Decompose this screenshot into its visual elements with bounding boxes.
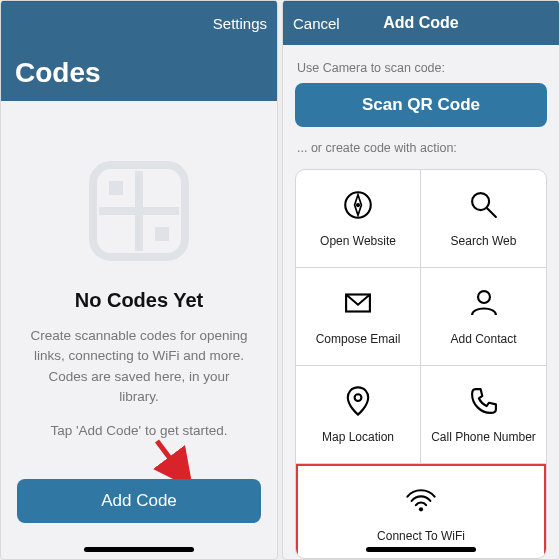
location-icon <box>341 384 375 430</box>
wifi-icon <box>404 483 438 529</box>
action-open-website[interactable]: Open Website <box>296 170 421 268</box>
action-compose-email[interactable]: Compose Email <box>296 268 421 366</box>
create-hint: ... or create code with action: <box>297 141 545 155</box>
action-grid: Open Website Search Web Compose Email Ad… <box>295 169 547 559</box>
settings-link[interactable]: Settings <box>213 15 267 32</box>
tile-label: Search Web <box>451 234 517 248</box>
svg-point-12 <box>355 394 362 401</box>
page-title: Codes <box>15 57 101 89</box>
tile-label: Compose Email <box>316 332 401 346</box>
add-code-button-label: Add Code <box>101 491 177 511</box>
action-search-web[interactable]: Search Web <box>421 170 546 268</box>
annotation-arrow-icon <box>151 437 191 483</box>
action-add-contact[interactable]: Add Contact <box>421 268 546 366</box>
tile-label: Connect To WiFi <box>377 529 465 543</box>
add-code-screen: Cancel Add Code Use Camera to scan code:… <box>282 0 560 560</box>
tile-label: Open Website <box>320 234 396 248</box>
empty-description-1: Create scannable codes for opening links… <box>21 326 257 407</box>
svg-point-11 <box>478 291 490 303</box>
title-bar: Codes <box>1 45 277 101</box>
codes-library-screen: Settings Codes No Codes Yet Create scann… <box>0 0 278 560</box>
svg-line-5 <box>157 441 181 473</box>
navbar: Cancel Add Code <box>283 1 559 45</box>
cancel-link[interactable]: Cancel <box>293 15 340 32</box>
scan-qr-button[interactable]: Scan QR Code <box>295 83 547 127</box>
empty-description-2: Tap 'Add Code' to get started. <box>44 421 233 441</box>
empty-state: No Codes Yet Create scannable codes for … <box>1 101 277 559</box>
person-icon <box>467 286 501 332</box>
home-indicator[interactable] <box>84 547 194 552</box>
compass-icon <box>341 188 375 234</box>
phone-icon <box>467 384 501 430</box>
mail-icon <box>341 286 375 332</box>
action-connect-wifi[interactable]: Connect To WiFi <box>296 464 546 559</box>
svg-rect-4 <box>155 227 169 241</box>
tile-label: Call Phone Number <box>431 430 536 444</box>
tile-label: Add Contact <box>450 332 516 346</box>
action-call-phone[interactable]: Call Phone Number <box>421 366 546 464</box>
modal-title: Add Code <box>383 14 459 32</box>
home-indicator[interactable] <box>366 547 476 552</box>
empty-heading: No Codes Yet <box>75 289 204 312</box>
svg-point-7 <box>356 203 360 207</box>
svg-point-13 <box>419 507 423 511</box>
svg-rect-3 <box>109 181 123 195</box>
search-icon <box>467 188 501 234</box>
add-code-button[interactable]: Add Code <box>17 479 261 523</box>
scan-hint: Use Camera to scan code: <box>297 61 545 75</box>
svg-point-8 <box>472 193 489 210</box>
scan-qr-button-label: Scan QR Code <box>362 95 480 115</box>
qr-app-icon <box>89 161 189 261</box>
action-map-location[interactable]: Map Location <box>296 366 421 464</box>
tile-label: Map Location <box>322 430 394 444</box>
svg-line-9 <box>487 209 496 218</box>
navbar: Settings <box>1 1 277 45</box>
